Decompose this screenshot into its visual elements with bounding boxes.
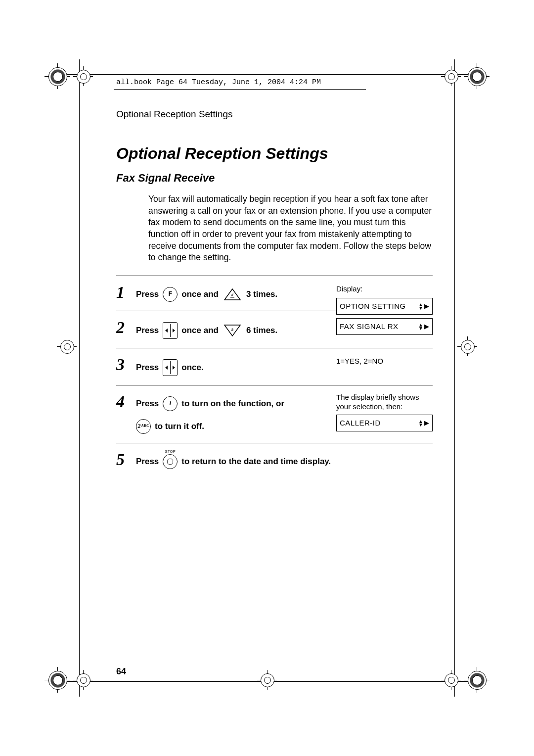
lcd-arrows-icon: ▲▼▶ bbox=[418, 323, 429, 330]
lcd-display: FAX SIGNAL RX ▲▼▶ bbox=[336, 318, 433, 335]
step-row: 1 Press F once and # 3 times. Display: O… bbox=[116, 283, 433, 311]
divider bbox=[116, 276, 433, 276]
step-text: Press bbox=[136, 287, 159, 301]
registration-mark-icon bbox=[57, 336, 77, 356]
key-arrow-up-icon: # bbox=[222, 288, 242, 301]
lcd-display: CALLER-ID ▲▼▶ bbox=[336, 415, 433, 431]
crop-mark-left bbox=[79, 59, 80, 697]
crop-mark-right bbox=[454, 59, 455, 697]
display-label: Display: bbox=[336, 283, 433, 295]
page-number: 64 bbox=[116, 666, 126, 677]
display-column: 1=YES, 2=NO bbox=[336, 355, 433, 367]
page-title: Optional Reception Settings bbox=[116, 144, 433, 163]
divider bbox=[116, 443, 433, 443]
step-text: 3 times. bbox=[246, 287, 277, 301]
step-text: once and bbox=[181, 287, 219, 301]
key-book-icon bbox=[163, 359, 178, 376]
lcd-display: OPTION SETTING ▲▼▶ bbox=[336, 298, 433, 315]
key-2-icon: 2ABC bbox=[136, 419, 151, 434]
steps-list: 1 Press F once and # 3 times. Display: O… bbox=[116, 276, 433, 478]
step-body: Press once. 1=YES, 2=NO bbox=[136, 355, 433, 376]
registration-mark-icon bbox=[44, 63, 70, 89]
step-number: 4 bbox=[116, 393, 136, 410]
step-number: 3 bbox=[116, 356, 136, 373]
step-text: 6 times. bbox=[246, 324, 277, 337]
key-label: 2 bbox=[137, 422, 140, 431]
doc-meta-rule bbox=[114, 89, 366, 90]
registration-mark-icon bbox=[441, 670, 461, 690]
divider bbox=[116, 385, 433, 385]
step-row: 3 Press once. 1=YES, 2=NO bbox=[116, 355, 433, 385]
step-text: Press bbox=[136, 324, 159, 337]
svg-text:#: # bbox=[231, 292, 234, 297]
svg-text:2: 2 bbox=[231, 328, 234, 332]
key-stop-icon: STOP bbox=[163, 454, 178, 469]
step-body: Press once and 2 6 times. FAX SIGNAL RX … bbox=[136, 318, 433, 339]
step-number: 2 bbox=[116, 319, 136, 336]
key-arrow-down-icon: 2 bbox=[222, 324, 242, 337]
key-f-icon: F bbox=[163, 287, 178, 302]
display-note: The display briefly shows your selection… bbox=[336, 392, 433, 412]
step-body: Press STOP to return to the date and tim… bbox=[136, 450, 433, 469]
step-text: Press bbox=[136, 397, 159, 410]
step-number: 1 bbox=[116, 284, 136, 301]
registration-mark-icon bbox=[464, 63, 490, 89]
divider bbox=[116, 348, 433, 348]
registration-mark-icon bbox=[73, 66, 93, 86]
page-content: Optional Reception Settings Optional Rec… bbox=[116, 109, 433, 682]
crop-mark-top bbox=[64, 74, 470, 75]
step-row: 5 Press STOP to return to the date and t… bbox=[116, 450, 433, 478]
step-text: to return to the date and time display. bbox=[181, 455, 331, 468]
display-column: Display: OPTION SETTING ▲▼▶ bbox=[336, 283, 433, 315]
registration-mark-icon bbox=[441, 66, 461, 86]
registration-mark-icon bbox=[73, 670, 93, 690]
step-text: to turn it off. bbox=[155, 420, 204, 433]
step-number: 5 bbox=[116, 451, 136, 468]
step-text: to turn on the function, or bbox=[181, 397, 284, 410]
lcd-text: FAX SIGNAL RX bbox=[340, 321, 398, 332]
key-book-icon bbox=[163, 322, 178, 339]
display-column: FAX SIGNAL RX ▲▼▶ bbox=[336, 318, 433, 335]
display-text: 1=YES, 2=NO bbox=[336, 355, 433, 367]
intro-paragraph: Your fax will automatically begin recept… bbox=[148, 193, 433, 264]
registration-mark-icon bbox=[464, 667, 490, 693]
lcd-arrows-icon: ▲▼▶ bbox=[418, 420, 429, 426]
doc-meta-header: all.book Page 64 Tuesday, June 1, 2004 4… bbox=[116, 78, 321, 87]
key-stop-label: STOP bbox=[165, 449, 176, 455]
step-row: 2 Press once and 2 6 times. FAX SIGNAL R… bbox=[116, 318, 433, 348]
step-body: Press F once and # 3 times. Display: OPT… bbox=[136, 283, 433, 302]
step-text: Press bbox=[136, 361, 159, 374]
step-text: once and bbox=[181, 324, 219, 337]
lcd-arrows-icon: ▲▼▶ bbox=[418, 303, 429, 310]
registration-mark-icon bbox=[457, 336, 477, 356]
key-sublabel: ABC bbox=[141, 423, 149, 429]
key-1-icon: 1 bbox=[163, 396, 178, 411]
step-body: Press 1 to turn on the function, or 2ABC… bbox=[136, 392, 433, 434]
lcd-text: CALLER-ID bbox=[340, 417, 381, 429]
section-subtitle: Fax Signal Receive bbox=[116, 172, 433, 185]
running-head: Optional Reception Settings bbox=[116, 109, 433, 120]
svg-marker-5 bbox=[168, 459, 173, 464]
step-row: 4 Press 1 to turn on the function, or 2A… bbox=[116, 392, 433, 443]
registration-mark-icon bbox=[44, 667, 70, 693]
display-column: The display briefly shows your selection… bbox=[336, 392, 433, 431]
lcd-text: OPTION SETTING bbox=[340, 300, 406, 312]
step-text: once. bbox=[181, 361, 203, 374]
step-text: Press bbox=[136, 455, 159, 468]
